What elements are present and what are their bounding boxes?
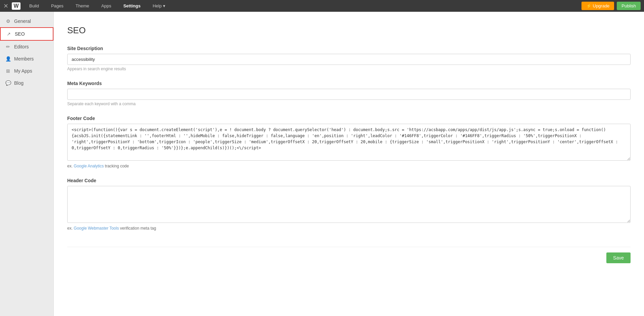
sidebar-label-blog: Blog xyxy=(14,80,24,86)
google-webmaster-link[interactable]: Google Webmaster Tools xyxy=(74,226,119,231)
site-description-input[interactable] xyxy=(67,54,631,65)
sidebar-label-general: General xyxy=(14,18,31,24)
close-icon[interactable]: ✕ xyxy=(3,2,8,10)
blog-icon: 💬 xyxy=(5,80,11,86)
header-hint-prefix: ex. xyxy=(67,226,73,231)
nav-apps[interactable]: Apps xyxy=(95,0,117,12)
header-code-textarea[interactable] xyxy=(67,186,631,223)
meta-keywords-input[interactable] xyxy=(67,89,631,100)
nav-pages[interactable]: Pages xyxy=(45,0,70,12)
sidebar-label-members: Members xyxy=(14,56,34,62)
seo-icon: ↗ xyxy=(6,31,11,37)
footer-code-textarea[interactable]: <script>(function(){var s = document.cre… xyxy=(67,124,631,161)
sidebar: ⚙ General ↗ SEO ✏ Editors 👤 Members ⊞ My… xyxy=(0,12,54,316)
footer-code-section: Footer Code <script>(function(){var s = … xyxy=(67,116,631,168)
header-hint-suffix: verification meta tag xyxy=(120,226,156,231)
layout: ⚙ General ↗ SEO ✏ Editors 👤 Members ⊞ My… xyxy=(0,12,644,316)
sidebar-label-editors: Editors xyxy=(14,44,29,49)
publish-button[interactable]: Publish xyxy=(617,2,641,10)
site-description-label: Site Description xyxy=(67,46,631,51)
nav-theme[interactable]: Theme xyxy=(70,0,95,12)
sidebar-item-blog[interactable]: 💬 Blog xyxy=(0,77,53,89)
grid-icon: ⊞ xyxy=(5,68,11,74)
gear-icon: ⚙ xyxy=(5,18,11,24)
nav-help[interactable]: Help ▾ xyxy=(147,0,171,12)
sidebar-item-seo[interactable]: ↗ SEO xyxy=(0,27,53,41)
header-code-label: Header Code xyxy=(67,178,631,183)
save-button[interactable]: Save xyxy=(606,252,631,263)
sidebar-label-seo: SEO xyxy=(15,31,25,37)
main-content: SEO Site Description Appears in search e… xyxy=(54,12,644,316)
page-title: SEO xyxy=(67,25,631,36)
pencil-icon: ✏ xyxy=(5,44,11,49)
site-description-hint: Appears in search engine results xyxy=(67,67,631,71)
sidebar-label-myapps: My Apps xyxy=(14,68,32,74)
sidebar-item-general[interactable]: ⚙ General xyxy=(0,15,53,27)
meta-keywords-hint: Separate each keyword with a comma xyxy=(67,102,631,106)
footer-code-label: Footer Code xyxy=(67,116,631,121)
meta-keywords-section: Meta Keywords Separate each keyword with… xyxy=(67,81,631,106)
nav-right: ⚡ Upgrade Publish xyxy=(581,2,641,10)
meta-keywords-label: Meta Keywords xyxy=(67,81,631,86)
header-code-section: Header Code ex. Google Webmaster Tools v… xyxy=(67,178,631,231)
upgrade-button[interactable]: ⚡ Upgrade xyxy=(581,2,614,10)
header-code-hint: ex. Google Webmaster Tools verification … xyxy=(67,226,631,231)
nav-settings[interactable]: Settings xyxy=(117,0,147,12)
weebly-logo: W xyxy=(12,2,21,10)
top-nav: ✕ W Build Pages Theme Apps Settings Help… xyxy=(0,0,644,12)
footer-hint-suffix: tracking code xyxy=(105,164,129,168)
sidebar-item-myapps[interactable]: ⊞ My Apps xyxy=(0,65,53,77)
site-description-section: Site Description Appears in search engin… xyxy=(67,46,631,71)
nav-build[interactable]: Build xyxy=(23,0,45,12)
sidebar-item-editors[interactable]: ✏ Editors xyxy=(0,41,53,53)
footer-code-hint: ex. Google Analytics tracking code xyxy=(67,164,631,168)
sidebar-item-members[interactable]: 👤 Members xyxy=(0,53,53,65)
nav-links: Build Pages Theme Apps Settings Help ▾ xyxy=(23,0,581,12)
google-analytics-link[interactable]: Google Analytics xyxy=(74,164,104,168)
person-icon: 👤 xyxy=(5,56,11,62)
footer-hint-prefix: ex. xyxy=(67,164,73,168)
